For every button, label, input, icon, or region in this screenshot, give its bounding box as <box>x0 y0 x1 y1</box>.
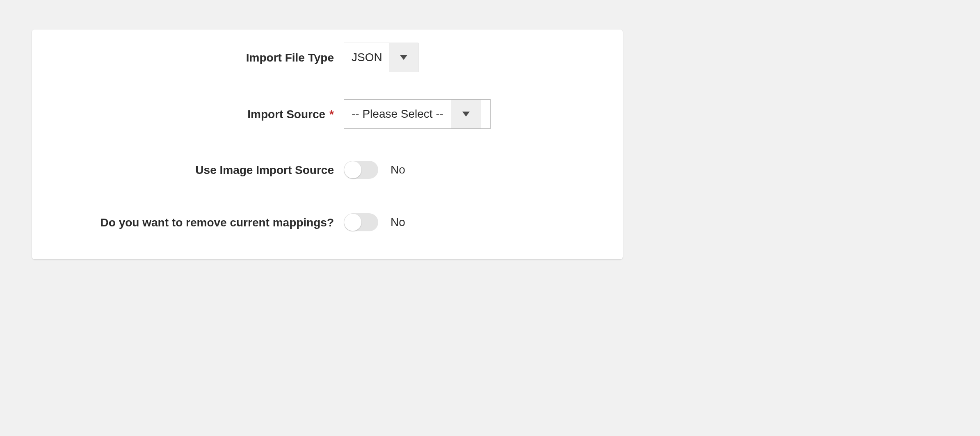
toggle-remove-mappings-state: No <box>391 216 405 229</box>
select-import-file-type-value: JSON <box>344 43 389 72</box>
import-settings-panel: Import File Type JSON Import Source* -- … <box>32 30 623 259</box>
toggle-knob-icon <box>344 161 361 178</box>
select-import-source-value: -- Please Select -- <box>344 100 451 128</box>
label-use-image-import-source: Use Image Import Source <box>32 163 344 177</box>
caret-down-icon <box>400 55 407 60</box>
toggle-remove-mappings[interactable] <box>344 213 378 231</box>
select-import-source[interactable]: -- Please Select -- <box>344 99 491 129</box>
field-import-source: Import Source* -- Please Select -- <box>32 99 623 129</box>
toggle-use-image-import-source-state: No <box>391 163 405 176</box>
label-import-file-type: Import File Type <box>32 50 344 65</box>
label-import-source: Import Source* <box>32 107 344 121</box>
caret-down-icon <box>462 112 470 116</box>
field-import-file-type: Import File Type JSON <box>32 43 623 72</box>
label-remove-mappings: Do you want to remove current mappings? <box>32 215 344 230</box>
toggle-use-image-import-source[interactable] <box>344 161 378 179</box>
field-remove-mappings: Do you want to remove current mappings? … <box>32 206 623 239</box>
select-import-file-type-button[interactable] <box>389 43 418 72</box>
required-asterisk-icon: * <box>329 108 334 121</box>
toggle-knob-icon <box>344 214 361 231</box>
select-import-file-type[interactable]: JSON <box>344 43 418 72</box>
label-import-source-text: Import Source <box>247 108 325 121</box>
select-import-source-button[interactable] <box>451 100 481 128</box>
field-use-image-import-source: Use Image Import Source No <box>32 161 623 179</box>
